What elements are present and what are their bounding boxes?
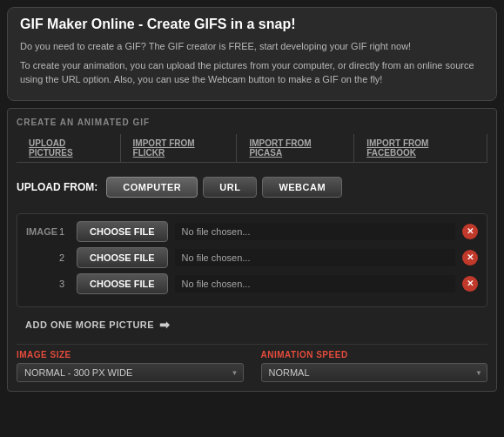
file-name-2: No file chosen...	[175, 249, 455, 266]
image-number-3: 3	[59, 279, 70, 289]
tab-import-flickr[interactable]: IMPORT FROM FLICKR	[121, 134, 238, 162]
settings-row: IMAGE SIZE NORMAL - 300 PX WIDE ANIMATIO…	[17, 344, 487, 382]
upload-from-row: UPLOAD FROM: COMPUTER URL WEBCAM	[17, 171, 487, 203]
page-title: GIF Maker Online - Create GIFS in a snap…	[20, 17, 484, 32]
images-container: IMAGE 1 CHOOSE FILE No file chosen... 2 …	[17, 213, 487, 307]
description-1: Do you need to create a GIF? The GIF cre…	[20, 39, 484, 54]
choose-file-button-1[interactable]: CHOOSE FILE	[77, 221, 168, 242]
image-size-select-wrapper: NORMAL - 300 PX WIDE	[17, 363, 244, 382]
header-section: GIF Maker Online - Create GIFS in a snap…	[7, 7, 497, 101]
section-title: CREATE AN ANIMATED GIF	[17, 118, 487, 127]
animation-speed-select-wrapper: NORMAL	[261, 363, 488, 382]
animation-speed-label: ANIMATION SPEED	[261, 350, 488, 360]
source-computer-button[interactable]: COMPUTER	[106, 177, 198, 198]
choose-file-button-3[interactable]: CHOOSE FILE	[77, 273, 168, 294]
image-size-group: IMAGE SIZE NORMAL - 300 PX WIDE	[17, 350, 244, 382]
add-more-row: ADD ONE MORE PICTURE ➡	[17, 314, 487, 335]
remove-image-button-3[interactable]	[462, 276, 478, 292]
remove-image-button-2[interactable]	[462, 250, 478, 266]
animation-speed-group: ANIMATION SPEED NORMAL	[261, 350, 488, 382]
tab-import-facebook[interactable]: IMPORT FROM FACEBOOK	[354, 134, 487, 162]
image-row-1: IMAGE 1 CHOOSE FILE No file chosen...	[26, 221, 478, 242]
description-2: To create your animation, you can upload…	[20, 58, 484, 87]
file-name-1: No file chosen...	[175, 223, 455, 240]
image-size-label: IMAGE SIZE	[17, 350, 244, 360]
choose-file-button-2[interactable]: CHOOSE FILE	[77, 247, 168, 268]
tab-import-picasa[interactable]: IMPORT FROM PICASA	[237, 134, 354, 162]
arrow-icon: ➡	[159, 318, 171, 332]
image-row-3: 3 CHOOSE FILE No file chosen...	[26, 273, 478, 294]
main-section: CREATE AN ANIMATED GIF UPLOAD PICTURES I…	[7, 108, 497, 392]
image-size-select[interactable]: NORMAL - 300 PX WIDE	[17, 363, 244, 382]
add-more-label: ADD ONE MORE PICTURE	[25, 319, 154, 330]
file-name-3: No file chosen...	[175, 275, 455, 292]
add-more-button[interactable]: ADD ONE MORE PICTURE ➡	[25, 318, 171, 332]
animation-speed-select[interactable]: NORMAL	[261, 363, 488, 382]
tab-upload-pictures[interactable]: UPLOAD PICTURES	[17, 134, 121, 162]
source-url-button[interactable]: URL	[203, 177, 257, 198]
remove-image-button-1[interactable]	[462, 224, 478, 239]
upload-from-label: UPLOAD FROM:	[17, 181, 97, 193]
tabs-container: UPLOAD PICTURES IMPORT FROM FLICKR IMPOR…	[17, 134, 487, 163]
image-number-1: 1	[59, 226, 70, 237]
image-number-2: 2	[59, 252, 70, 263]
source-webcam-button[interactable]: WEBCAM	[262, 177, 342, 198]
image-label-1: IMAGE	[26, 226, 52, 237]
image-row-2: 2 CHOOSE FILE No file chosen...	[26, 247, 478, 268]
